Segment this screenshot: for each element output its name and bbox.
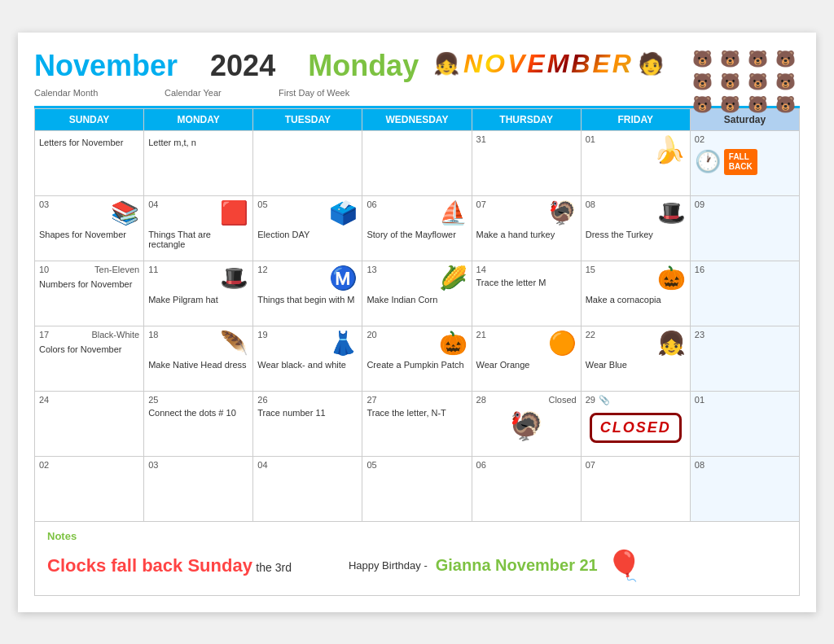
bears-container: 🐻 🐻 🐻 🐻 🐻 🐻 🐻 🐻 🐻 🐻 🐻 🐻 — [692, 49, 800, 114]
bear-9: 🐻 — [692, 94, 717, 114]
event-text: Make a hand turkey — [476, 230, 577, 239]
event-text: Dress the Turkey — [586, 230, 686, 239]
col-monday: MONDAY — [144, 108, 253, 130]
blue-icon: 👧 — [657, 330, 686, 357]
clock-emoji: 🕐 — [695, 149, 721, 174]
dress-icon: 👗 — [329, 330, 358, 357]
cell-w6-sat: 08 — [690, 456, 799, 521]
cell-w3-sun: 10 Ten-Eleven Numbers for November — [35, 261, 144, 326]
month-label: Calendar Month — [34, 88, 132, 98]
day-num: 25 — [148, 395, 248, 405]
day-num: 20 — [367, 330, 376, 340]
day-num: 29 — [586, 395, 595, 405]
cell-w2-wed: 06 ⛵ Story of the Mayflower — [362, 195, 472, 261]
calendar-page: November 2024 Monday Calendar Month Cale… — [18, 33, 816, 612]
closed-label: Closed — [548, 395, 576, 405]
event-text: Colors for November — [39, 344, 139, 354]
orange-icon: 🟠 — [548, 330, 577, 357]
cell-w3-sat: 16 — [690, 261, 799, 326]
cell-w4-thu: 21 🟠 Wear Orange — [472, 326, 581, 391]
cell-w1-wed — [362, 130, 472, 195]
event-text: Trace number 11 — [257, 408, 358, 418]
native-icon: 🪶 — [220, 330, 248, 357]
ten-eleven-label: Ten-Eleven — [94, 265, 139, 276]
calendar-table: SUNDAY MONDAY TUESDAY WEDNESDAY THURSDAY… — [34, 108, 800, 522]
day-num: 13 — [367, 265, 376, 274]
november-label: NOVEMBER — [463, 49, 634, 79]
col-friday: FRIDAY — [581, 108, 690, 130]
event-text: Connect the dots # 10 — [148, 408, 248, 418]
day-num: 27 — [367, 395, 467, 405]
cell-w1-tue — [253, 130, 362, 195]
birthday-name: Gianna November 21 — [436, 556, 598, 575]
kid-icon-right: 🧑 — [638, 51, 664, 77]
turkey-roast-container: 🦃 — [476, 410, 577, 442]
november-graphic-text: NOVEMBER — [463, 49, 634, 79]
cell-w6-thu: 06 — [472, 456, 581, 521]
shapes-icon: 📚 — [111, 199, 139, 226]
cell-w1-thu: 31 — [472, 130, 581, 195]
event-text: Make Native Head dress — [148, 360, 248, 370]
fall-back-badge: FALLBACK — [724, 149, 757, 175]
cell-w5-mon: 25 Connect the dots # 10 — [144, 391, 253, 456]
day-num: 09 — [695, 199, 795, 209]
event-text: Trace the letter M — [476, 278, 577, 287]
cell-w2-thu: 07 🦃 Make a hand turkey — [472, 195, 581, 261]
cell-w4-mon: 18 🪶 Make Native Head dress — [144, 326, 253, 391]
pumpkin-icon: 🎃 — [439, 330, 467, 357]
banana-icon: 🍌 — [653, 134, 686, 165]
cell-w4-fri: 22 👧 Wear Blue — [581, 326, 690, 391]
col-thursday: THURSDAY — [472, 108, 581, 130]
hanger-icon: 📎 — [599, 395, 610, 405]
event-text: Story of the Mayflower — [367, 230, 467, 239]
day-num: 26 — [257, 395, 358, 405]
bear-7: 🐻 — [748, 72, 772, 91]
cell-w5-fri: 29 📎 CLOSED — [581, 391, 690, 456]
bear-11: 🐻 — [748, 94, 772, 114]
cell-w2-tue: 05 🗳️ Election DAY — [253, 195, 362, 261]
event-text: Shapes for November — [39, 230, 139, 239]
week-5: 24 25 Connect the dots # 10 26 Trace num… — [35, 391, 800, 456]
header-labels: Calendar Month Calendar Year First Day o… — [34, 88, 419, 98]
turkey-roast-icon: 🦃 — [509, 410, 543, 441]
black-white-label: Black-White — [91, 330, 139, 341]
day-num: 10 — [39, 265, 49, 274]
year-label: Calendar Year — [165, 88, 246, 98]
day-num: 31 — [476, 134, 577, 144]
bear-3: 🐻 — [748, 49, 772, 68]
hand-turkey-icon: 🦃 — [548, 199, 577, 226]
cell-w2-sat: 09 — [690, 195, 799, 261]
day-num: 01 — [586, 134, 595, 144]
dress-turkey-icon: 🎩 — [657, 199, 686, 226]
cell-w5-tue: 26 Trace number 11 — [253, 391, 362, 456]
letter-m-icon: Ⓜ️ — [329, 265, 358, 291]
cell-w2-fri: 08 🎩 Dress the Turkey — [581, 195, 690, 261]
bear-8: 🐻 — [775, 72, 800, 91]
cell-w6-tue: 04 — [253, 456, 362, 521]
cell-w1-fri: 01 🍌 — [581, 130, 690, 195]
day-num: 17 — [39, 330, 49, 340]
day-num: 19 — [257, 330, 267, 340]
cell-w5-sun: 24 — [35, 391, 144, 456]
event-text: Create a Pumpkin Patch — [367, 360, 467, 370]
week-4: 17 Black-White Colors for November 18 🪶 … — [35, 326, 800, 391]
header-titles: November 2024 Monday — [34, 49, 419, 83]
closed-sign-text: CLOSED — [600, 419, 671, 436]
indian-corn-icon: 🌽 — [439, 265, 467, 291]
event-text: Numbers for November — [39, 279, 139, 289]
birthday-note: Happy Birthday - Gianna November 21 🎈 — [349, 549, 643, 583]
cell-w5-wed: 27 Trace the letter, N-T — [362, 391, 472, 456]
day-num: 06 — [367, 199, 376, 209]
day-label: First Day of Week — [279, 88, 360, 98]
mayflower-icon: ⛵ — [439, 199, 467, 226]
event-text: Things that begin with M — [257, 295, 358, 304]
day-num: 14 — [476, 265, 577, 274]
cell-w3-fri: 15 🎃 Make a cornacopia — [581, 261, 690, 326]
cell-w2-mon: 04 🟥 Things That are rectangle — [144, 195, 253, 261]
clocks-sub: the 3rd — [256, 561, 292, 574]
event-text: Trace the letter, N-T — [367, 408, 467, 418]
rect-icon: 🟥 — [220, 199, 248, 226]
day-num: 18 — [148, 330, 158, 340]
cell-w4-tue: 19 👗 Wear black- and white — [253, 326, 362, 391]
day-num: 28 — [476, 395, 486, 405]
